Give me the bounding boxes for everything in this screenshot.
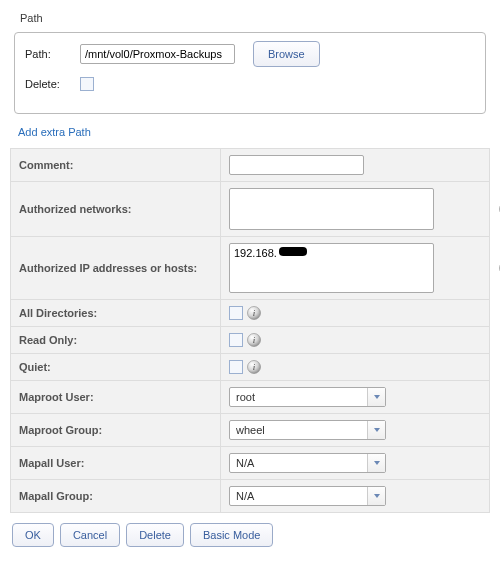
chevron-down-icon — [367, 388, 385, 406]
maproot-user-select[interactable]: root — [229, 387, 386, 407]
info-icon[interactable]: i — [247, 333, 261, 347]
authorized-networks-label: Authorized networks: — [11, 182, 221, 237]
info-icon[interactable]: i — [247, 306, 261, 320]
info-icon[interactable]: i — [247, 360, 261, 374]
mapall-user-value: N/A — [230, 457, 367, 469]
all-directories-label: All Directories: — [11, 300, 221, 327]
maproot-group-select[interactable]: wheel — [229, 420, 386, 440]
browse-button[interactable]: Browse — [253, 41, 320, 67]
chevron-down-icon — [367, 454, 385, 472]
read-only-checkbox[interactable] — [229, 333, 243, 347]
comment-label: Comment: — [11, 149, 221, 182]
quiet-label: Quiet: — [11, 354, 221, 381]
path-section-title: Path — [20, 12, 490, 24]
comment-input[interactable] — [229, 155, 364, 175]
delete-checkbox[interactable] — [80, 77, 94, 91]
mapall-user-label: Mapall User: — [11, 447, 221, 480]
settings-table: Comment: Authorized networks: i Authoriz… — [10, 148, 490, 513]
redacted-text — [279, 247, 307, 256]
maproot-group-value: wheel — [230, 424, 367, 436]
path-field-label: Path: — [25, 48, 80, 60]
add-extra-path-link[interactable]: Add extra Path — [18, 126, 91, 138]
read-only-label: Read Only: — [11, 327, 221, 354]
path-input[interactable] — [80, 44, 235, 64]
chevron-down-icon — [367, 421, 385, 439]
all-directories-checkbox[interactable] — [229, 306, 243, 320]
mapall-group-label: Mapall Group: — [11, 480, 221, 513]
mapall-group-value: N/A — [230, 490, 367, 502]
mapall-user-select[interactable]: N/A — [229, 453, 386, 473]
delete-field-label: Delete: — [25, 78, 80, 90]
maproot-user-value: root — [230, 391, 367, 403]
path-group-box: Path: Browse Delete: — [14, 32, 486, 114]
delete-button[interactable]: Delete — [126, 523, 184, 547]
maproot-user-label: Maproot User: — [11, 381, 221, 414]
mapall-group-select[interactable]: N/A — [229, 486, 386, 506]
maproot-group-label: Maproot Group: — [11, 414, 221, 447]
chevron-down-icon — [367, 487, 385, 505]
authorized-ip-input[interactable]: 192.168. — [229, 243, 434, 293]
cancel-button[interactable]: Cancel — [60, 523, 120, 547]
action-button-row: OK Cancel Delete Basic Mode — [12, 523, 488, 547]
authorized-networks-input[interactable] — [229, 188, 434, 230]
quiet-checkbox[interactable] — [229, 360, 243, 374]
authorized-ip-label: Authorized IP addresses or hosts: — [11, 237, 221, 300]
basic-mode-button[interactable]: Basic Mode — [190, 523, 273, 547]
ok-button[interactable]: OK — [12, 523, 54, 547]
